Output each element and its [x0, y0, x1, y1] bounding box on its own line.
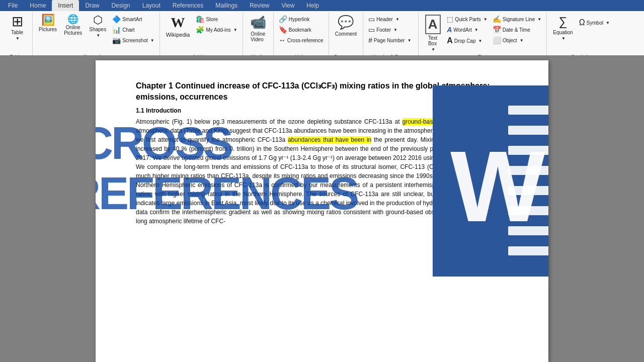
tab-insert[interactable]: Insert	[52, 0, 79, 11]
ribbon-group-text: A TextBox ▼ ⬚ Quick Parts ▼ A WordArt	[419, 12, 547, 62]
page-number-button[interactable]: # Page Number ▼	[366, 35, 413, 45]
svg-rect-4	[508, 146, 548, 155]
ribbon-group-addins: W Wikipedia 🛍️ Store 🧩 My Add-ins ▼	[160, 12, 243, 62]
online-pictures-icon: 🌐	[67, 15, 78, 24]
signature-line-icon: ✍	[493, 15, 501, 23]
store-icon: 🛍️	[196, 15, 204, 23]
chevron-down-icon: ▼	[408, 38, 412, 43]
app-window: File Home Insert Draw Design Layout Refe…	[0, 0, 644, 362]
ribbon-group-links: 🔗 Hyperlink 🔖 Bookmark ↔ Cross-reference	[274, 12, 329, 62]
hyperlink-icon: 🔗	[279, 15, 287, 23]
textbox-button[interactable]: A TextBox ▼	[422, 13, 444, 53]
chevron-down-icon: ▼	[537, 17, 541, 22]
chevron-down-icon: ▼	[393, 28, 397, 32]
shapes-icon: ⬡	[93, 15, 103, 26]
tab-help[interactable]: Help	[300, 0, 325, 11]
symbol-icon: Ω	[579, 18, 585, 27]
footer-button[interactable]: ▭ Footer ▼	[366, 25, 413, 35]
equation-icon: ∑	[558, 15, 567, 29]
object-button[interactable]: ⬜ Object ▼	[491, 35, 543, 45]
bookmark-icon: 🔖	[279, 26, 287, 34]
wikipedia-icon: W	[171, 15, 185, 31]
online-pictures-button[interactable]: 🌐 OnlinePictures	[61, 13, 85, 37]
ribbon-group-tables: ⊞ Table ▼ Tables	[2, 12, 33, 62]
tab-mailings[interactable]: Mailings	[209, 0, 244, 11]
chevron-down-icon: ▼	[431, 47, 435, 52]
svg-rect-6	[508, 186, 548, 195]
chevron-down-icon: ▼	[16, 36, 20, 41]
ribbon-tabs: File Home Insert Draw Design Layout Refe…	[0, 0, 644, 11]
ribbon-group-illustrations: 🖼️ Pictures 🌐 OnlinePictures ⬡ Shapes ▼	[33, 12, 160, 62]
chevron-down-icon: ▼	[150, 38, 154, 43]
bookmark-button[interactable]: 🔖 Bookmark	[277, 25, 326, 35]
ribbon-group-comments: 💬 Comment Comments	[329, 12, 363, 62]
screenshot-icon: 📷	[112, 36, 121, 44]
chevron-down-icon: ▼	[520, 38, 524, 43]
cross-reference-button[interactable]: ↔ Cross-reference	[277, 35, 326, 45]
smartart-icon: 🔷	[112, 15, 121, 23]
ribbon-content: ⊞ Table ▼ Tables 🖼️ Pictures 🌐 Onl	[0, 11, 644, 62]
wikipedia-button[interactable]: W Wikipedia	[163, 13, 193, 39]
chart-icon: 📊	[112, 26, 121, 34]
hyperlink-button[interactable]: 🔗 Hyperlink	[277, 14, 326, 24]
tab-home[interactable]: Home	[24, 0, 52, 11]
tab-draw[interactable]: Draw	[79, 0, 105, 11]
ribbon-group-header-footer: ▭ Header ▼ ▭ Footer ▼ # Page Number	[363, 12, 419, 62]
header-button[interactable]: ▭ Header ▼	[366, 14, 413, 24]
equation-button[interactable]: ∑ Equation ▼	[550, 13, 576, 42]
comment-button[interactable]: 💬 Comment	[332, 13, 360, 38]
chevron-down-icon: ▼	[395, 17, 399, 22]
shapes-button[interactable]: ⬡ Shapes ▼	[86, 13, 109, 39]
footer-icon: ▭	[368, 26, 375, 34]
chevron-down-icon: ▼	[474, 28, 478, 32]
my-addins-button[interactable]: 🧩 My Add-ins ▼	[194, 25, 239, 35]
pictures-icon: 🖼️	[41, 15, 55, 26]
signature-line-button[interactable]: ✍ Signature Line ▼	[491, 14, 543, 24]
document-title: Chapter 1 Continued increase of CFC-113a…	[136, 80, 508, 103]
ribbon-group-media: 📹 OnlineVideo Media	[243, 12, 274, 62]
pictures-button[interactable]: 🖼️ Pictures	[36, 13, 60, 34]
tab-layout[interactable]: Layout	[136, 0, 167, 11]
store-button[interactable]: 🛍️ Store	[194, 14, 239, 24]
comment-icon: 💬	[338, 15, 354, 30]
svg-rect-3	[508, 126, 548, 135]
svg-rect-9	[508, 246, 548, 255]
chevron-down-icon: ▼	[478, 39, 482, 43]
document-section: 1.1 Introduction	[136, 107, 508, 114]
drop-cap-button[interactable]: A Drop Cap ▼	[445, 35, 490, 46]
tab-design[interactable]: Design	[105, 0, 136, 11]
page-number-icon: #	[368, 36, 372, 44]
symbol-button[interactable]: Ω Symbol ▼	[577, 17, 612, 28]
wordart-button[interactable]: A WordArt ▼	[445, 25, 490, 35]
screenshot-button[interactable]: 📷 Screenshot ▼	[110, 35, 156, 45]
tab-file[interactable]: File	[2, 0, 24, 11]
textbox-icon: A	[425, 15, 441, 34]
addins-icon: 🧩	[196, 26, 204, 34]
quick-parts-icon: ⬚	[447, 15, 453, 23]
svg-rect-8	[508, 226, 548, 235]
date-time-icon: 📅	[493, 26, 501, 34]
chevron-down-icon: ▼	[484, 17, 488, 22]
document-area: CROSS REFERENCES	[0, 55, 644, 362]
tab-review[interactable]: Review	[244, 0, 275, 11]
chevron-down-icon: ▼	[561, 36, 566, 41]
ribbon-group-symbols: ∑ Equation ▼ Ω Symbol ▼ Symbols	[547, 12, 615, 62]
document-page: CROSS REFERENCES	[96, 60, 548, 362]
tab-references[interactable]: References	[167, 0, 209, 11]
chevron-down-icon: ▼	[96, 33, 100, 38]
quick-parts-button[interactable]: ⬚ Quick Parts ▼	[445, 14, 490, 24]
drop-cap-icon: A	[447, 36, 453, 45]
chevron-down-icon: ▼	[233, 28, 237, 32]
svg-rect-2	[508, 106, 548, 115]
smartart-button[interactable]: 🔷 SmartArt	[110, 14, 156, 24]
ribbon: File Home Insert Draw Design Layout Refe…	[0, 0, 644, 55]
header-icon: ▭	[368, 15, 375, 23]
svg-rect-5	[508, 166, 548, 175]
date-time-button[interactable]: 📅 Date & Time	[491, 25, 543, 35]
chart-button[interactable]: 📊 Chart	[110, 25, 156, 35]
online-video-button[interactable]: 📹 OnlineVideo	[246, 13, 270, 44]
object-icon: ⬜	[493, 36, 501, 44]
table-button[interactable]: ⊞ Table ▼	[5, 13, 29, 42]
chevron-down-icon: ▼	[606, 21, 610, 25]
tab-view[interactable]: View	[276, 0, 301, 11]
